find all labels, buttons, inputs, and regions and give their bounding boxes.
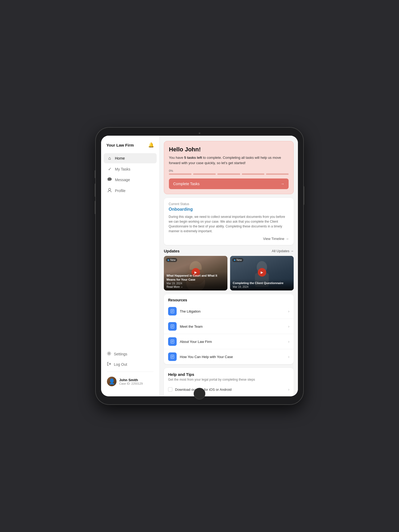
tasks-icon: ✓ [107, 167, 112, 172]
help-card: Help and Tips Get the most from your leg… [164, 368, 294, 396]
view-timeline-button[interactable]: View Timeline → [169, 237, 289, 241]
update-card-1[interactable]: New ▶ What Happened in Court and What It… [164, 256, 227, 290]
resource-item-litigation[interactable]: The Litigation › [164, 304, 294, 319]
status-value: Onboarding [169, 207, 289, 212]
progress-seg-3 [217, 173, 240, 175]
settings-icon [107, 351, 111, 356]
side-button-volume-up [95, 184, 96, 197]
welcome-pre: You have [169, 156, 184, 160]
tasks-highlight: 5 tasks left [184, 156, 202, 160]
avatar-image [107, 377, 117, 386]
side-button-volume-down [95, 201, 96, 214]
update-1-date: Mar 19, 2024 [167, 282, 225, 285]
settings-label: Settings [114, 352, 127, 356]
nav-items: ⌂ Home ✓ My Tasks Message [101, 153, 159, 349]
sidebar-item-message[interactable]: Message [104, 175, 157, 185]
user-info: John Smith Case ID: 2250129 [104, 374, 157, 389]
home-icon: ⌂ [107, 156, 112, 161]
bell-icon[interactable]: 🔔 [148, 142, 154, 148]
new-dot-2 [234, 259, 235, 261]
progress-seg-5 [266, 173, 289, 175]
resources-title: Resources [164, 294, 294, 304]
update-2-overlay: Completing the Client Questionnaire Mar … [230, 279, 294, 290]
user-details: John Smith Case ID: 2250129 [119, 378, 143, 385]
help-item-1[interactable]: Download our app for iOS or Android › [168, 385, 289, 394]
help-title: Help and Tips [168, 372, 289, 377]
resource-icon-2 [168, 322, 177, 331]
main-content: Hello John! You have 5 tasks left to com… [160, 136, 298, 396]
view-timeline-label: View Timeline [263, 237, 284, 241]
side-button-power [303, 186, 304, 205]
logout-label: Log Out [114, 362, 127, 367]
timeline-arrow: → [285, 237, 289, 241]
complete-tasks-label: Complete Tasks [173, 182, 200, 186]
resource-1-chevron: › [288, 309, 289, 313]
updates-grid: New ▶ What Happened in Court and What It… [164, 256, 294, 290]
resource-item-firm[interactable]: About Your Law Firm › [164, 334, 294, 349]
all-updates-label: All Updates [272, 249, 289, 253]
resource-icon-1 [168, 307, 177, 315]
user-name: John Smith [119, 378, 143, 382]
updates-header: Updates All Updates → [164, 249, 294, 253]
progress-seg-1 [169, 173, 192, 175]
play-button-2[interactable]: ▶ [258, 268, 266, 277]
updates-section: Updates All Updates → [164, 249, 294, 290]
update-card-2[interactable]: New ▶ Completing the Client Questionnair… [230, 256, 294, 290]
profile-icon [107, 188, 112, 193]
updates-title: Updates [164, 249, 180, 253]
update-1-badge: New [166, 258, 177, 262]
welcome-text: You have 5 tasks left to complete. Compl… [169, 155, 289, 165]
resource-2-chevron: › [288, 324, 289, 329]
resource-icon-4 [168, 352, 177, 361]
settings-button[interactable]: Settings [104, 349, 157, 359]
sidebar-header: Your Law Firm 🔔 [101, 142, 159, 153]
resource-item-team[interactable]: Meet the Team › [164, 319, 294, 334]
nav-message-label: Message [115, 178, 130, 182]
complete-tasks-button[interactable]: Complete Tasks → [169, 178, 289, 189]
update-1-title: What Happened in Court and What It Means… [167, 274, 225, 281]
help-item-1-chevron: › [288, 387, 289, 392]
logout-icon [107, 362, 111, 367]
nav-tasks-label: My Tasks [115, 167, 130, 171]
help-subtitle: Get the most from your legal portal by c… [168, 378, 289, 381]
resource-3-chevron: › [288, 339, 289, 344]
resource-4-chevron: › [288, 355, 289, 359]
user-case-id: Case ID: 2250129 [119, 382, 143, 385]
side-button-top [95, 170, 96, 178]
logout-button[interactable]: Log Out [104, 359, 157, 369]
firm-name: Your Law Firm [106, 143, 134, 147]
sidebar: Your Law Firm 🔔 ⌂ Home ✓ My Tasks [101, 136, 160, 396]
status-description: During this stage, we need to collect se… [169, 214, 289, 234]
progress-label: 0% [169, 169, 289, 172]
resource-3-label: About Your Law Firm [180, 340, 285, 344]
status-card: Current Status Onboarding During this st… [164, 198, 294, 245]
message-icon [107, 177, 112, 182]
help-checkbox-1[interactable] [168, 387, 172, 392]
svg-point-0 [109, 188, 111, 190]
resources-card: Resources The Litigation › [164, 294, 294, 364]
app-container: Your Law Firm 🔔 ⌂ Home ✓ My Tasks [101, 136, 298, 396]
all-updates-arrow: → [290, 249, 294, 253]
sidebar-item-home[interactable]: ⌂ Home [104, 153, 157, 163]
new-dot-1 [168, 259, 169, 261]
welcome-card: Hello John! You have 5 tasks left to com… [164, 141, 294, 194]
svg-point-1 [109, 353, 110, 354]
resource-item-help[interactable]: How You Can Help with Your Case › [164, 349, 294, 364]
progress-seg-2 [193, 173, 216, 175]
progress-bar [169, 173, 289, 175]
tablet-frame: Your Law Firm 🔔 ⌂ Home ✓ My Tasks [96, 128, 303, 404]
sidebar-divider [107, 372, 153, 372]
read-more-1[interactable]: Read More → [167, 285, 225, 288]
resource-2-label: Meet the Team [180, 325, 285, 329]
resource-1-label: The Litigation [180, 309, 285, 313]
all-updates-link[interactable]: All Updates → [272, 249, 294, 253]
status-label: Current Status [169, 202, 289, 206]
resource-icon-3 [168, 337, 177, 346]
sidebar-bottom: Settings Log Out [101, 349, 159, 392]
nav-profile-label: Profile [115, 189, 126, 193]
progress-seg-4 [242, 173, 264, 175]
resource-4-label: How You Can Help with Your Case [180, 355, 285, 359]
sidebar-item-profile[interactable]: Profile [104, 185, 157, 196]
sidebar-item-tasks[interactable]: ✓ My Tasks [104, 164, 157, 174]
avatar [107, 377, 117, 386]
